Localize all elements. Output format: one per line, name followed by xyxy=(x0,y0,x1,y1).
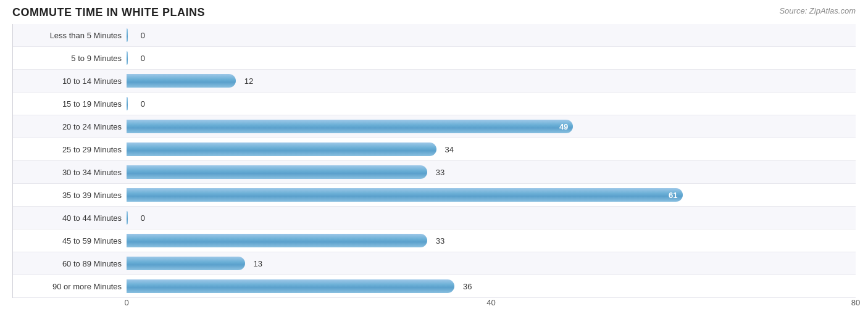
bar-value: 49 xyxy=(559,122,568,131)
bar-area: 13 xyxy=(127,252,856,275)
bar-row: 35 to 39 Minutes61 xyxy=(12,184,856,207)
chart-body: Less than 5 Minutes05 to 9 Minutes010 to… xyxy=(12,24,856,298)
x-tick: 80 xyxy=(851,298,860,307)
bar-value: 13 xyxy=(253,259,262,268)
bar-area: 0 xyxy=(127,24,856,46)
bar: 33 xyxy=(127,234,427,247)
bar-label: Less than 5 Minutes xyxy=(12,31,127,40)
bar-row: 60 to 89 Minutes13 xyxy=(12,252,856,275)
bar: 33 xyxy=(127,165,427,179)
bar-label: 20 to 24 Minutes xyxy=(12,122,127,131)
chart-header: COMMUTE TIME IN WHITE PLAINS Source: Zip… xyxy=(12,6,856,19)
bar-row: 30 to 34 Minutes33 xyxy=(12,161,856,184)
bar: 0 xyxy=(127,28,128,42)
bar-area: 0 xyxy=(127,93,856,115)
bar-area: 0 xyxy=(127,47,856,69)
bar-row: 45 to 59 Minutes33 xyxy=(12,229,856,252)
bar-value: 36 xyxy=(463,282,472,291)
bar-label: 25 to 29 Minutes xyxy=(12,145,127,154)
bar-value: 12 xyxy=(244,76,253,86)
bar-value: 0 xyxy=(141,99,145,109)
bar: 0 xyxy=(127,51,128,65)
bar: 13 xyxy=(127,257,245,270)
bar-area: 34 xyxy=(127,138,856,160)
x-tick: 0 xyxy=(124,298,128,307)
bar: 49 xyxy=(127,120,573,133)
bar-label: 60 to 89 Minutes xyxy=(12,259,127,268)
bar-row: 15 to 19 Minutes0 xyxy=(12,93,856,115)
bar: 0 xyxy=(127,211,128,225)
bar-label: 15 to 19 Minutes xyxy=(12,99,127,109)
bar-label: 90 or more Minutes xyxy=(12,282,127,291)
chart-container: COMMUTE TIME IN WHITE PLAINS Source: Zip… xyxy=(0,0,868,322)
bar-label: 5 to 9 Minutes xyxy=(12,54,127,63)
bar-row: Less than 5 Minutes0 xyxy=(12,24,856,47)
bar-row: 25 to 29 Minutes34 xyxy=(12,138,856,161)
bar-area: 36 xyxy=(127,275,856,297)
bar: 0 xyxy=(127,97,128,110)
bar: 61 xyxy=(127,188,683,202)
bar-value: 33 xyxy=(436,168,444,177)
bar-area: 33 xyxy=(127,161,856,183)
bar-area: 12 xyxy=(127,70,856,92)
bar-area: 0 xyxy=(127,207,856,229)
bar-area: 33 xyxy=(127,229,856,252)
x-tick: 40 xyxy=(486,298,495,307)
x-axis: 04080 xyxy=(127,298,856,313)
bar-value: 0 xyxy=(141,213,145,223)
bar-row: 90 or more Minutes36 xyxy=(12,275,856,298)
bar-label: 35 to 39 Minutes xyxy=(12,191,127,200)
bar-label: 45 to 59 Minutes xyxy=(12,236,127,246)
chart-source: Source: ZipAtlas.com xyxy=(779,6,856,15)
bar-value: 34 xyxy=(444,145,453,154)
bar: 36 xyxy=(127,279,454,293)
bar-label: 30 to 34 Minutes xyxy=(12,168,127,177)
chart-title: COMMUTE TIME IN WHITE PLAINS xyxy=(12,6,205,19)
bar-row: 40 to 44 Minutes0 xyxy=(12,207,856,229)
bar-value: 61 xyxy=(669,191,677,200)
bar: 12 xyxy=(127,74,236,88)
bar: 34 xyxy=(127,142,436,156)
bar-row: 20 to 24 Minutes49 xyxy=(12,115,856,138)
bar-label: 40 to 44 Minutes xyxy=(12,213,127,223)
bar-area: 49 xyxy=(127,115,856,138)
bar-value: 33 xyxy=(436,236,444,246)
bar-label: 10 to 14 Minutes xyxy=(12,76,127,86)
bar-row: 10 to 14 Minutes12 xyxy=(12,70,856,93)
bar-value: 0 xyxy=(141,54,145,63)
grid-line xyxy=(12,24,13,298)
bar-row: 5 to 9 Minutes0 xyxy=(12,47,856,70)
bar-value: 0 xyxy=(141,31,145,40)
bar-area: 61 xyxy=(127,184,856,206)
